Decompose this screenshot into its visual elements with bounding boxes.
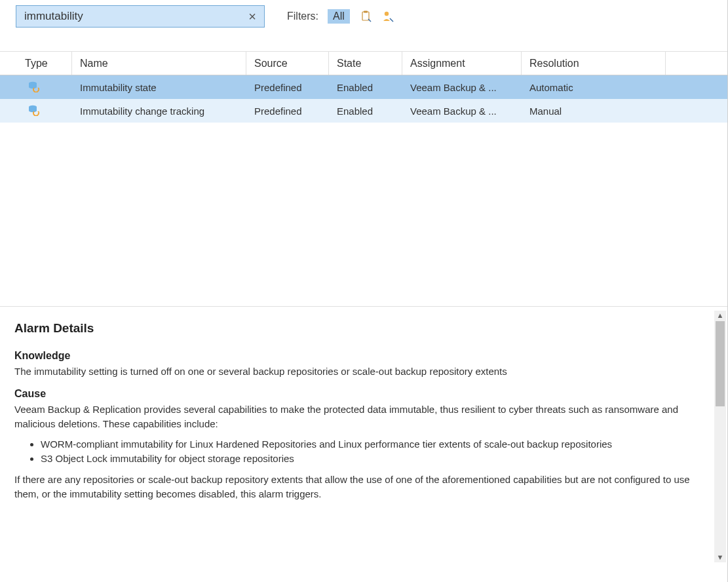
knowledge-heading: Knowledge xyxy=(14,350,708,362)
col-header-name[interactable]: Name xyxy=(72,52,246,75)
search-box[interactable]: × xyxy=(16,5,265,28)
cause-list-item: S3 Object Lock immutability for object s… xyxy=(41,452,708,466)
details-title: Alarm Details xyxy=(14,321,708,336)
svg-rect-0 xyxy=(362,12,369,20)
cause-list: WORM-compliant immutability for Linux Ha… xyxy=(14,437,708,466)
repository-icon xyxy=(28,107,39,118)
cause-intro: Veeam Backup & Replication provides seve… xyxy=(14,402,708,431)
scroll-down-icon[interactable]: ▼ xyxy=(717,553,724,562)
alarm-details-pane: Alarm Details Knowledge The immutability… xyxy=(0,307,727,566)
filter-clipboard-icon[interactable] xyxy=(359,10,372,23)
alarm-table: Type Name Source State Assignment Resolu… xyxy=(0,51,727,123)
table-row[interactable]: Immutability change tracking Predefined … xyxy=(0,99,727,123)
empty-space xyxy=(0,123,727,306)
col-header-state[interactable]: State xyxy=(329,52,402,75)
filters-label: Filters: xyxy=(287,10,318,22)
search-input[interactable] xyxy=(23,9,244,24)
details-scrollbar[interactable]: ▲ ▼ xyxy=(714,311,726,562)
clear-search-icon[interactable]: × xyxy=(244,10,260,23)
col-header-assignment[interactable]: Assignment xyxy=(402,52,522,75)
svg-rect-1 xyxy=(364,11,368,13)
table-header: Type Name Source State Assignment Resolu… xyxy=(0,52,727,75)
filter-all-button[interactable]: All xyxy=(328,9,350,24)
col-header-source[interactable]: Source xyxy=(246,52,329,75)
col-header-resolution[interactable]: Resolution xyxy=(522,52,666,75)
cell-resolution: Manual xyxy=(522,106,666,117)
table-row[interactable]: Immutability state Predefined Enabled Ve… xyxy=(0,75,727,99)
scroll-thumb[interactable] xyxy=(716,321,725,406)
svg-point-2 xyxy=(385,12,389,16)
cell-source: Predefined xyxy=(246,82,329,93)
toolbar: × Filters: All xyxy=(0,0,727,33)
knowledge-text: The immutability setting is turned off o… xyxy=(14,364,708,379)
cell-state: Enabled xyxy=(329,106,402,117)
cell-resolution: Automatic xyxy=(522,82,666,93)
cell-assignment: Veeam Backup & ... xyxy=(402,82,522,93)
cell-source: Predefined xyxy=(246,106,329,117)
cell-state: Enabled xyxy=(329,82,402,93)
col-header-type[interactable]: Type xyxy=(13,52,72,75)
cause-heading: Cause xyxy=(14,388,708,400)
cell-name: Immutability change tracking xyxy=(72,106,246,117)
filter-user-icon[interactable] xyxy=(381,10,394,23)
cell-name: Immutability state xyxy=(72,82,246,93)
cause-list-item: WORM-compliant immutability for Linux Ha… xyxy=(41,437,708,452)
repository-icon xyxy=(28,83,39,94)
cell-assignment: Veeam Backup & ... xyxy=(402,106,522,117)
scroll-up-icon[interactable]: ▲ xyxy=(717,311,724,320)
cause-footer: If there are any repositories or scale-o… xyxy=(14,473,708,501)
